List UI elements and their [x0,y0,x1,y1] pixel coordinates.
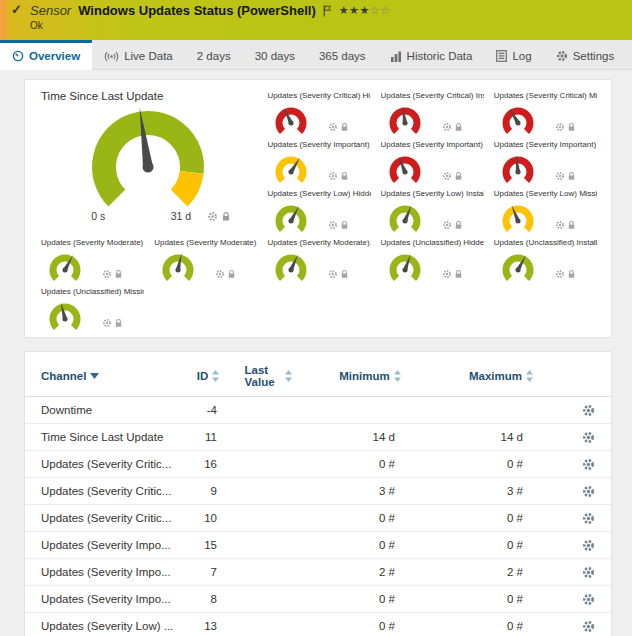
lock-icon[interactable] [340,269,349,279]
channel-id: 8 [183,586,233,613]
gear-icon[interactable] [328,220,338,230]
channel-gauge[interactable]: Updates (Severity Low) Missi... [488,186,601,235]
gear-icon[interactable] [442,171,452,181]
lock-icon[interactable] [340,171,349,181]
channel-settings-gear-icon[interactable] [565,431,611,444]
channel-name[interactable]: Updates (Severity Impo... [25,532,183,559]
channel-gauge[interactable]: Updates (Severity Important) ... [261,137,374,186]
gear-icon[interactable] [555,122,565,132]
tab-365-days[interactable]: 365 days [307,40,378,69]
gauge-dial [61,104,235,214]
gauge-dial [267,199,323,233]
gear-icon[interactable] [102,318,112,328]
channel-id: 9 [183,478,233,505]
channel-settings-gear-icon[interactable] [565,485,611,498]
channel-gauge-title: Updates (Severity Important) ... [494,140,597,149]
tab-live-data[interactable]: Live Data [92,40,185,69]
channel-name[interactable]: Updates (Severity Critic... [25,505,183,532]
lock-icon[interactable] [567,122,576,132]
lock-icon[interactable] [454,220,463,230]
lock-icon[interactable] [221,211,231,222]
gauge-dial [267,248,323,282]
channel-name[interactable]: Updates (Severity Critic... [25,478,183,505]
lock-icon[interactable] [114,269,123,279]
channel-gauge-title: Updates (Unclassified) Missing [41,287,144,296]
gear-icon[interactable] [555,220,565,230]
col-header-minimum[interactable]: Minimum [303,358,437,397]
tab-overview[interactable]: Overview [0,40,92,70]
gear-icon[interactable] [102,269,112,279]
gear-icon[interactable] [555,171,565,181]
lock-icon[interactable] [340,122,349,132]
channel-gauge[interactable]: Updates (Severity Critical) Hi... [261,88,374,137]
lock-icon[interactable] [114,318,123,328]
col-header-channel[interactable]: Channel [25,358,183,397]
channel-last-value [233,532,303,559]
channel-gauge[interactable]: Updates (Severity Low) Hidden [261,186,374,235]
channel-minimum [303,397,437,424]
channel-settings-gear-icon[interactable] [565,593,611,606]
lock-icon[interactable] [567,220,576,230]
tab-historic-data[interactable]: Historic Data [378,40,485,69]
col-header-maximum[interactable]: Maximum [437,358,565,397]
gear-icon[interactable] [215,269,225,279]
gauge-dial [41,248,97,282]
channel-last-value [233,613,303,636]
col-header-id[interactable]: ID [183,358,233,397]
channel-gauge[interactable]: Updates (Severity Critical) Mi... [488,88,601,137]
channel-last-value [233,451,303,478]
channel-settings-gear-icon[interactable] [565,539,611,552]
channel-settings-gear-icon[interactable] [565,404,611,417]
gear-icon[interactable] [328,122,338,132]
gear-icon[interactable] [207,211,218,222]
tab-label: 2 days [197,50,231,62]
channel-gauge-title: Updates (Severity Low) Hidden [267,189,370,198]
channel-settings-gear-icon[interactable] [565,620,611,633]
channel-settings-gear-icon[interactable] [565,512,611,525]
priority-stars[interactable]: ★★★☆☆ [339,5,391,16]
flag-icon[interactable] [323,5,332,17]
tab-settings[interactable]: Settings [544,40,627,69]
lock-icon[interactable] [567,171,576,181]
lock-icon[interactable] [454,269,463,279]
channel-gauge[interactable]: Updates (Severity Important) ... [488,137,601,186]
gear-icon[interactable] [442,122,452,132]
gear-icon[interactable] [328,171,338,181]
channel-settings-gear-icon[interactable] [565,458,611,471]
gear-icon[interactable] [555,269,565,279]
channel-row: Updates (Severity Impo... 8 0 # 0 # [25,586,611,613]
channel-name[interactable]: Updates (Severity Critic... [25,451,183,478]
lock-icon[interactable] [454,122,463,132]
time-since-last-update-gauge[interactable]: Time Since Last Update 0 s 31 d [35,88,261,235]
channel-name[interactable]: Updates (Severity Impo... [25,586,183,613]
lock-icon[interactable] [567,269,576,279]
channel-row: Updates (Severity Impo... 15 0 # 0 # [25,532,611,559]
channel-gauge[interactable]: Updates (Unclassified) Missing [35,284,148,333]
channel-maximum: 0 # [437,613,565,636]
sort-icon [526,370,533,382]
channel-name[interactable]: Updates (Severity Impo... [25,559,183,586]
gear-icon[interactable] [442,269,452,279]
col-header-last-value[interactable]: Last Value [233,358,303,397]
tab-30-days[interactable]: 30 days [243,40,307,69]
gear-icon[interactable] [328,269,338,279]
channel-gauge[interactable]: Updates (Severity Critical) Ins... [375,88,488,137]
channel-gauge[interactable]: Updates (Severity Important) ... [375,137,488,186]
channel-gauge[interactable]: Updates (Severity Moderate) I... [148,235,261,284]
channel-name[interactable]: Updates (Severity Low) ... [25,613,183,636]
channel-name[interactable]: Downtime [25,397,183,424]
gear-icon[interactable] [442,220,452,230]
channel-row: Updates (Severity Impo... 7 2 # 2 # [25,559,611,586]
channel-gauge[interactable]: Updates (Severity Moderate) ... [35,235,148,284]
channel-gauge[interactable]: Updates (Severity Low) Install... [375,186,488,235]
tab-2-days[interactable]: 2 days [185,40,243,69]
channel-settings-gear-icon[interactable] [565,566,611,579]
lock-icon[interactable] [227,269,236,279]
channel-gauge[interactable]: Updates (Severity Moderate)... [261,235,374,284]
tab-log[interactable]: Log [484,40,543,69]
channel-gauge[interactable]: Updates (Unclassified) Install... [488,235,601,284]
channel-name[interactable]: Time Since Last Update [25,424,183,451]
lock-icon[interactable] [454,171,463,181]
channel-gauge[interactable]: Updates (Unclassified) Hidden [375,235,488,284]
lock-icon[interactable] [340,220,349,230]
